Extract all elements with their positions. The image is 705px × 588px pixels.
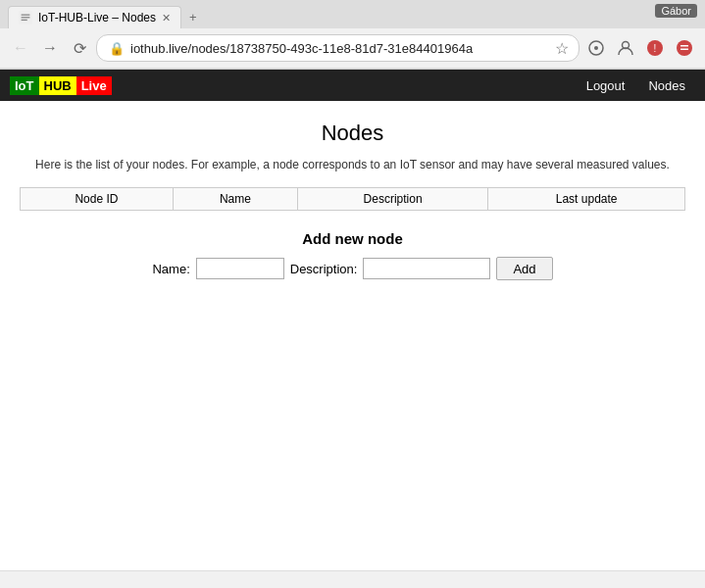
- brand-hub: HUB: [39, 76, 76, 95]
- reload-button[interactable]: ⟳: [67, 35, 92, 61]
- notification-icon: !: [645, 38, 665, 58]
- svg-rect-2: [22, 17, 30, 18]
- back-button[interactable]: ←: [8, 35, 33, 61]
- browser-chrome: IoT-HUB-Live – Nodes ✕ + Gábor ← → ⟳ 🔒 i…: [0, 0, 705, 70]
- svg-point-5: [594, 46, 598, 50]
- user-button[interactable]: [613, 35, 638, 61]
- active-tab[interactable]: IoT-HUB-Live – Nodes ✕: [8, 6, 181, 28]
- tab-close-button[interactable]: ✕: [162, 12, 171, 24]
- app-nav: Logout Nodes: [577, 74, 695, 97]
- description-label: Description:: [290, 262, 358, 276]
- brand-iot: IoT: [10, 76, 39, 95]
- page-title: Nodes: [20, 121, 685, 146]
- svg-text:!: !: [654, 43, 657, 54]
- notification-button[interactable]: !: [642, 35, 668, 61]
- logout-button[interactable]: Logout: [577, 74, 635, 97]
- col-description: Description: [298, 188, 488, 211]
- svg-rect-3: [22, 20, 27, 21]
- svg-rect-10: [680, 45, 688, 47]
- bookmark-button[interactable]: ☆: [555, 39, 569, 58]
- brand-live: Live: [76, 76, 112, 95]
- main-content: Nodes Here is the list of your nodes. Fo…: [0, 101, 705, 300]
- add-node-form: Name: Description: Add: [20, 257, 685, 280]
- app-bar: IoT HUB Live Logout Nodes: [0, 70, 705, 101]
- new-tab-button[interactable]: +: [181, 6, 205, 28]
- menu-icon: [675, 38, 694, 58]
- page-description: Here is the list of your nodes. For exam…: [20, 158, 685, 172]
- svg-rect-1: [22, 15, 30, 16]
- nodes-button[interactable]: Nodes: [638, 74, 695, 97]
- menu-button[interactable]: [672, 35, 697, 61]
- tab-icon: [19, 11, 32, 24]
- address-bar[interactable]: 🔒 iothub.live/nodes/18738750-493c-11e8-8…: [96, 34, 579, 62]
- add-node-title: Add new node: [20, 230, 685, 247]
- nav-bar: ← → ⟳ 🔒 iothub.live/nodes/18738750-493c-…: [0, 28, 705, 69]
- add-node-section: Add new node Name: Description: Add: [20, 230, 685, 280]
- description-input[interactable]: [363, 258, 490, 279]
- url-text: iothub.live/nodes/18738750-493c-11e8-81d…: [130, 41, 551, 56]
- name-label: Name:: [152, 262, 189, 276]
- svg-point-9: [677, 40, 692, 56]
- nav-actions: !: [583, 35, 697, 61]
- nodes-table: Node ID Name Description Last update: [20, 187, 685, 211]
- col-name: Name: [173, 188, 297, 211]
- user-icon: [616, 38, 635, 58]
- profile-badge: Gábor: [655, 4, 697, 18]
- secure-icon: 🔒: [107, 38, 126, 58]
- extensions-button[interactable]: [583, 35, 609, 61]
- tab-title: IoT-HUB-Live – Nodes: [38, 11, 156, 24]
- brand-logo: IoT HUB Live: [10, 76, 112, 95]
- forward-button[interactable]: →: [37, 35, 63, 61]
- col-last-update: Last update: [488, 188, 685, 211]
- name-input[interactable]: [196, 258, 284, 279]
- svg-rect-11: [680, 49, 688, 51]
- col-node-id: Node ID: [21, 188, 174, 211]
- extensions-icon: [586, 38, 606, 58]
- add-button[interactable]: Add: [496, 257, 552, 280]
- tab-bar: IoT-HUB-Live – Nodes ✕ + Gábor: [0, 0, 705, 28]
